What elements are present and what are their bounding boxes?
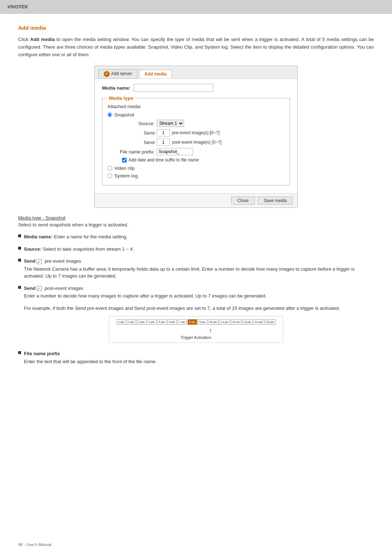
bullet-label-send-post: Send	[24, 286, 36, 291]
bullet-item-file-prefix: File name prefix	[18, 350, 374, 357]
file-prefix-sub-text: Enter the text that will be appended to …	[24, 358, 374, 365]
trigger-cell: 4 pic	[147, 319, 156, 325]
page-wrapper: VIVOTEK Add media Click Add media to ope…	[0, 0, 392, 554]
trigger-cell: 8 pic	[188, 319, 197, 325]
content-area: Add media Click Add media to open the me…	[0, 14, 392, 385]
send-pre-label: Send	[118, 130, 155, 136]
trigger-cell: 14 pic	[253, 319, 264, 325]
trigger-cell: 3 pic	[137, 319, 146, 325]
intro-paragraph: Click Add media to open the media settin…	[18, 36, 374, 58]
trigger-arrow-row: ↑	[113, 327, 279, 335]
bullet-text-media-name: Media name: Enter a name for the media s…	[24, 233, 127, 241]
tab-bar: Add server Add media	[95, 66, 297, 79]
bullet-square-3	[18, 259, 21, 262]
system-log-radio[interactable]	[107, 173, 112, 178]
bullet-source: Source: Select to take snapshots from st…	[18, 246, 374, 253]
pre-event-label: pre-event image(s) [0~7]	[172, 130, 220, 135]
date-suffix-row: Add date and time suffix to file name	[118, 157, 285, 163]
date-suffix-checkbox[interactable]	[122, 158, 127, 163]
bullet-square-5	[18, 351, 21, 354]
send-pre-sub-text: The Network Camera has a buffer area; it…	[24, 266, 374, 280]
bullet-square-1	[18, 234, 21, 237]
file-prefix-input[interactable]	[157, 148, 193, 155]
send-pre-checkbox-img	[37, 259, 42, 264]
media-type-snapshot-desc: Select to send snapshots when a trigger …	[18, 222, 374, 227]
source-label: Source:	[118, 121, 155, 126]
system-log-radio-option: System log	[107, 173, 285, 178]
system-log-label: System log	[114, 173, 138, 178]
trigger-cell: 9 pic	[198, 319, 207, 325]
bullet-label-file-prefix: File name prefix	[24, 351, 60, 356]
media-name-label: Media name:	[102, 85, 131, 91]
tab-add-server[interactable]: Add server	[98, 69, 138, 79]
bullet-file-prefix: File name prefix Enter the text that wil…	[18, 350, 374, 365]
trigger-arrow-icon: ↑	[209, 327, 212, 335]
snapshot-label: Snapshot	[114, 112, 134, 118]
example-text: For example, if both the Send pre-event …	[24, 305, 374, 312]
bullet-text-file-prefix: File name prefix	[24, 350, 60, 357]
send-post-row: Send post-event image(s) [0~7]	[118, 139, 285, 146]
snapshot-radio-option: Snapshot	[107, 112, 285, 118]
trigger-cells: 1 pic2 pic3 pic4 pic5 pic6 pic7 pic8 pic…	[113, 319, 279, 325]
video-clip-radio-option: Video clip	[107, 165, 285, 171]
save-media-button[interactable]: Save media	[258, 197, 293, 205]
media-type-snapshot-section: Media type - Snapshot Select to send sna…	[18, 215, 374, 227]
send-post-sub-text: Enter a number to decide how many images…	[24, 292, 374, 300]
bullet-send-pre: Send pre-event images The Network Camera…	[18, 258, 374, 280]
media-name-input[interactable]	[134, 84, 213, 92]
trigger-activation-label: Trigger Activation	[113, 335, 279, 340]
video-clip-radio[interactable]	[107, 166, 112, 171]
trigger-cell: 12 pic	[231, 319, 241, 325]
bullet-label-source: Source:	[24, 246, 41, 252]
add-media-heading: Add media	[18, 25, 374, 31]
send-post-checkbox-img	[37, 286, 42, 291]
bullet-text-source: Source: Select to take snapshots from st…	[24, 246, 134, 253]
post-event-label: post-event image(s) [0~7]	[172, 140, 221, 145]
trigger-cell: 1 pic	[117, 319, 126, 325]
stream-select[interactable]: Stream 1 Stream 2 Stream 3 Stream 4	[157, 120, 184, 127]
bullet-item-media-name: Media name: Enter a name for the media s…	[18, 233, 374, 241]
send-post-label: Send	[118, 140, 155, 145]
send-pre-row: Send pre-event image(s) [0~7]	[118, 129, 285, 136]
bullet-item-source: Source: Select to take snapshots from st…	[18, 246, 374, 253]
date-suffix-label: Add date and time suffix to file name	[128, 157, 199, 163]
bullet-media-name: Media name: Enter a name for the media s…	[18, 233, 374, 241]
bullet-item-send-pre: Send pre-event images	[18, 258, 374, 265]
file-prefix-row: File name prefix:	[118, 148, 285, 155]
source-row: Source: Stream 1 Stream 2 Stream 3 Strea…	[118, 120, 285, 127]
intro-text-after: to open the media setting window. You ca…	[18, 37, 374, 57]
media-name-row: Media name:	[102, 84, 290, 92]
close-button[interactable]: Close	[231, 197, 255, 205]
file-prefix-label: File name prefix:	[118, 149, 155, 155]
bullet-label-send-pre: Send	[24, 258, 36, 264]
attached-media-label: Attached media:	[107, 104, 285, 109]
trigger-cell: 11 pic	[219, 319, 230, 325]
bullet-square-2	[18, 247, 21, 250]
header-bar: VIVOTEK	[0, 0, 392, 14]
trigger-cell: 15 pic	[265, 319, 275, 325]
bullet-text-send-post: Send post-event images	[24, 285, 83, 292]
tab-add-media[interactable]: Add media	[139, 70, 172, 78]
trigger-cell: 7 pic	[177, 319, 187, 325]
media-type-fieldset: Media type Attached media: Snapshot Sour…	[102, 95, 290, 185]
bullet-send-post: Send post-event images Enter a number to…	[18, 285, 374, 300]
send-pre-input[interactable]	[157, 129, 170, 136]
page-footer: 98 - User's Manual	[18, 542, 52, 547]
trigger-cell: 5 pic	[157, 319, 167, 325]
trigger-cell: 13 pic	[242, 319, 253, 325]
video-clip-label: Video clip	[114, 165, 135, 171]
trigger-cell: 10 pic	[208, 319, 219, 325]
snapshot-radio[interactable]	[107, 112, 112, 117]
add-server-icon	[104, 71, 110, 77]
media-type-snapshot-heading: Media type - Snapshot	[18, 215, 374, 221]
bullet-text-send-pre: Send pre-event images	[24, 258, 81, 265]
bullet-square-4	[18, 286, 21, 289]
brand-label: VIVOTEK	[7, 4, 28, 9]
bullet-label-media-name: Media name:	[24, 234, 53, 239]
send-post-input[interactable]	[157, 139, 170, 146]
bullet-item-send-post: Send post-event images	[18, 285, 374, 292]
panel-body: Media name: Media type Attached media: S…	[95, 79, 297, 193]
trigger-diagram: 1 pic2 pic3 pic4 pic5 pic6 pic7 pic8 pic…	[109, 316, 283, 343]
dialog-panel: Add server Add media Media name: Media t…	[94, 66, 298, 208]
panel-footer: Close Save media	[95, 193, 297, 208]
